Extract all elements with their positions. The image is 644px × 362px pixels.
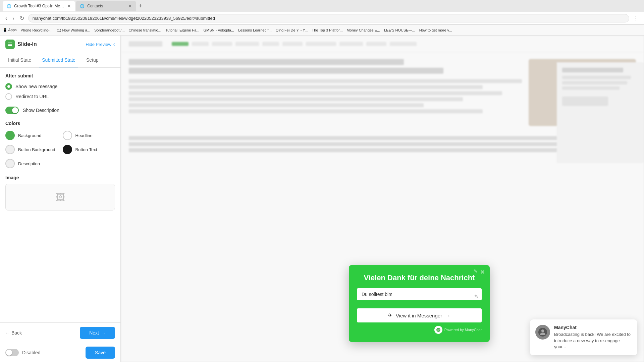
forward-nav-button[interactable]: › (11, 15, 15, 21)
notification-message: Broadcasting is back! We are excited to … (554, 331, 632, 350)
widget-title: Vielen Dank für deine Nachricht (357, 273, 482, 283)
bookmark-4[interactable]: Chinese translatio... (129, 28, 161, 32)
bookmark-8[interactable]: Qing Fei De Yi - Y... (276, 28, 308, 32)
main-layout: Slide-In Hide Preview < Initial State Su… (0, 36, 644, 362)
bookmark-3[interactable]: Sonderangebot /... (94, 28, 125, 32)
save-footer: Disabled Save (0, 343, 120, 362)
notification-popup: ManyChat Broadcasting is back! We are ex… (530, 319, 637, 355)
tab-submitted-state[interactable]: Submitted State (39, 53, 78, 67)
bookmark-10[interactable]: Money Changes E... (347, 28, 380, 32)
color-background: Background (5, 131, 58, 140)
logo-icon (5, 40, 15, 49)
bookmark-5[interactable]: Tutorial: Eigene Fa... (165, 28, 200, 32)
save-button[interactable]: Save (86, 347, 115, 359)
tab-bar: 🌐 Growth Tool #3 Opt-In Mess... ✕ 🌐 Cont… (0, 0, 644, 12)
disabled-toggle-knob (6, 350, 12, 356)
bookmark-apps[interactable]: 📱 Apps (3, 28, 17, 32)
hide-preview-btn[interactable]: Hide Preview < (86, 42, 115, 47)
next-button[interactable]: Next → (80, 327, 115, 339)
bookmark-2[interactable]: (1) How Working a... (57, 28, 90, 32)
svg-rect-2 (8, 45, 12, 46)
color-button-text: Button Text (63, 145, 115, 154)
notification-content: ManyChat Broadcasting is back! We are ex… (554, 325, 632, 350)
notification-sender: ManyChat (554, 325, 632, 330)
browser-tab-contacts[interactable]: 🌐 Contacts ✕ (76, 1, 136, 11)
background-color-swatch[interactable] (5, 131, 15, 140)
headline-color-label: Headline (75, 133, 93, 138)
tab-close-btn[interactable]: ✕ (67, 3, 71, 9)
radio-redirect-url-indicator (5, 93, 12, 100)
description-color-label: Description (18, 161, 40, 166)
widget-input-row: ✎ (357, 288, 482, 304)
widget-edit-icon[interactable]: ✎ (474, 268, 478, 274)
button-text-color-label: Button Text (75, 147, 97, 152)
powered-by-label: Powered by ManyChat (444, 328, 482, 332)
svg-point-5 (541, 329, 544, 332)
new-tab-button[interactable]: + (137, 3, 145, 10)
app-title: Slide-In (17, 41, 37, 47)
show-description-toggle[interactable] (5, 107, 19, 114)
radio-redirect-url-label: Redirect to URL (15, 94, 49, 99)
tab-navigation: Initial State Submitted State Setup (0, 53, 120, 68)
radio-show-message-label: Show new message (15, 84, 57, 89)
background-color-label: Background (18, 133, 41, 138)
color-description: Description (5, 159, 58, 168)
svg-rect-0 (8, 43, 12, 43)
radio-redirect-url[interactable]: Redirect to URL (5, 93, 115, 100)
image-section: Image 🖼 (5, 175, 115, 210)
disabled-toggle[interactable] (5, 349, 19, 356)
button-bg-color-swatch[interactable] (5, 145, 15, 154)
bookmark-9[interactable]: The Top 3 Platfor... (312, 28, 342, 32)
show-description-row: Show Description (5, 107, 115, 114)
colors-section-title: Colors (5, 121, 115, 126)
widget-text-input[interactable] (357, 288, 482, 300)
tab-close-contacts[interactable]: ✕ (128, 3, 132, 9)
extensions-button[interactable]: ⋮ (632, 15, 640, 21)
show-description-label: Show Description (23, 108, 59, 113)
bookmark-12[interactable]: How to get more v... (419, 28, 452, 32)
description-color-swatch[interactable] (5, 159, 15, 168)
next-arrow-icon: → (101, 330, 106, 336)
bookmark-11[interactable]: LEE'S HOUSE—... (384, 28, 415, 32)
sidebar-content: After submit Show new message Redirect t… (0, 68, 120, 322)
bookmark-1[interactable]: Phone Recycling-... (21, 28, 53, 32)
color-headline: Headline (63, 131, 115, 140)
bookmark-6[interactable]: GMSN - Vologda... (203, 28, 234, 32)
button-bg-color-label: Button Background (18, 147, 55, 152)
sidebar-nav-footer: ← Back Next → (0, 322, 120, 343)
widget-input-edit-icon[interactable]: ✎ (474, 294, 478, 299)
color-button-background: Button Background (5, 145, 58, 154)
image-upload-area[interactable]: 🖼 (5, 184, 115, 210)
svg-rect-1 (8, 44, 12, 45)
tab-setup[interactable]: Setup (84, 53, 101, 67)
widget-messenger-button[interactable]: ✈ View it in Messenger → (357, 308, 482, 322)
app-logo: Slide-In (5, 40, 37, 49)
preview-area: ✕ ✎ Vielen Dank für deine Nachricht ✎ ✈ … (121, 36, 644, 362)
browser-tab-active[interactable]: 🌐 Growth Tool #3 Opt-In Mess... ✕ (3, 1, 75, 11)
powered-logo-icon (434, 326, 442, 334)
radio-show-message-indicator (5, 83, 12, 90)
messenger-btn-label: View it in Messenger (396, 313, 442, 318)
back-button[interactable]: ← Back (5, 330, 22, 336)
headline-color-swatch[interactable] (63, 131, 72, 140)
image-section-title: Image (5, 175, 115, 180)
image-placeholder-icon: 🖼 (56, 192, 65, 203)
widget-close-button[interactable]: ✕ (480, 268, 485, 276)
messenger-arrow-icon: → (445, 313, 450, 318)
tab-initial-state[interactable]: Initial State (5, 53, 34, 67)
radio-show-message[interactable]: Show new message (5, 83, 115, 90)
back-arrow-icon: ← (5, 330, 10, 336)
widget-powered-by: Powered by ManyChat (357, 326, 482, 334)
url-input[interactable] (28, 14, 629, 22)
address-bar: ‹ › ↻ ⋮ (0, 12, 644, 25)
messenger-icon: ✈ (388, 312, 392, 318)
button-text-color-swatch[interactable] (63, 145, 72, 154)
reload-button[interactable]: ↻ (18, 15, 25, 21)
bookmarks-bar: 📱 Apps Phone Recycling-... (1) How Worki… (0, 25, 644, 36)
bookmark-7[interactable]: Lessons Learned f... (238, 28, 272, 32)
colors-grid: Background Headline Button Background Bu… (5, 131, 115, 168)
toggle-knob (12, 107, 18, 113)
disabled-label: Disabled (22, 350, 40, 355)
back-nav-button[interactable]: ‹ (4, 15, 8, 21)
after-submit-options: Show new message Redirect to URL (5, 83, 115, 100)
